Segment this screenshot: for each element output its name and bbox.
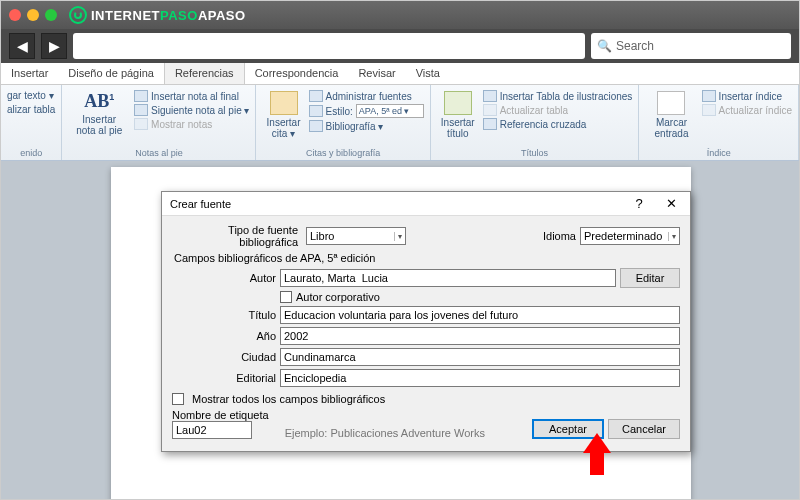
biblio-icon <box>309 120 323 132</box>
dialog-title: Crear fuente <box>170 198 231 210</box>
tab-correspondencia[interactable]: Correspondencia <box>245 63 349 84</box>
close-traffic-light[interactable] <box>9 9 21 21</box>
insert-caption-button[interactable]: Insertar título <box>437 89 479 141</box>
ribbon-group-citas: Insertar cita ▾ Administrar fuentes Esti… <box>256 85 430 160</box>
group-label: Notas al pie <box>68 146 249 158</box>
tab-referencias[interactable]: Referencias <box>164 63 245 84</box>
update-icon <box>483 104 497 116</box>
show-all-fields-label: Mostrar todos los campos bibliográficos <box>192 393 385 405</box>
add-text-button[interactable]: gar texto ▾ <box>7 89 54 102</box>
update-tof-button[interactable]: Actualizar tabla <box>483 103 633 117</box>
publisher-input[interactable] <box>280 369 680 387</box>
insert-tof-button[interactable]: Insertar Tabla de ilustraciones <box>483 89 633 103</box>
group-label: Títulos <box>437 146 633 158</box>
document-area: Crear fuente ? ✕ Tipo de fuente bibliogr… <box>1 161 799 500</box>
ribbon-group-contenido: gar texto ▾ alizar tabla enido <box>1 85 62 160</box>
citation-icon <box>270 91 298 115</box>
show-notes-button[interactable]: Mostrar notas <box>134 117 249 131</box>
publisher-label: Editorial <box>172 372 280 384</box>
year-input[interactable] <box>280 327 680 345</box>
update-table-button[interactable]: alizar tabla <box>7 103 55 116</box>
arrow-stem <box>590 453 604 475</box>
site-logo: INTERNETPASOAPASO <box>69 6 246 24</box>
title-label: Título <box>172 309 280 321</box>
tab-diseno[interactable]: Diseño de página <box>58 63 164 84</box>
forward-button[interactable]: ▶ <box>41 33 67 59</box>
ribbon: gar texto ▾ alizar tabla enido AB1 Inser… <box>1 85 799 161</box>
style-dropdown[interactable]: Estilo:APA, 5ª ed ▾ <box>309 103 424 119</box>
navbar: ◀ ▶ 🔍 Search <box>1 29 799 63</box>
help-button[interactable]: ? <box>624 194 654 214</box>
minimize-traffic-light[interactable] <box>27 9 39 21</box>
edit-author-button[interactable]: Editar <box>620 268 680 288</box>
url-input[interactable] <box>73 33 585 59</box>
tag-name-input[interactable] <box>172 421 252 439</box>
source-type-select[interactable]: Libro▾ <box>306 227 406 245</box>
tab-revisar[interactable]: Revisar <box>348 63 405 84</box>
index-icon <box>702 90 716 102</box>
ribbon-tabs: Insertar Diseño de página Referencias Co… <box>1 63 799 85</box>
tag-name-label: Nombre de etiqueta <box>172 409 269 421</box>
group-label: Índice <box>645 146 792 158</box>
source-type-label: Tipo de fuente bibliográfica <box>172 224 302 248</box>
caption-icon <box>444 91 472 115</box>
author-label: Autor <box>172 272 280 284</box>
corporate-author-label: Autor corporativo <box>296 291 380 303</box>
dialog-titlebar: Crear fuente ? ✕ <box>162 192 690 216</box>
style-icon <box>309 105 323 117</box>
logo-icon <box>69 6 87 24</box>
show-all-fields-checkbox[interactable] <box>172 393 184 405</box>
example-text: Ejemplo: Publicaciones Adventure Works <box>285 427 485 439</box>
titlebar: INTERNETPASOAPASO <box>1 1 799 29</box>
tab-vista[interactable]: Vista <box>406 63 450 84</box>
close-button[interactable]: ✕ <box>656 194 686 214</box>
insert-footnote-button[interactable]: AB1 Insertar nota al pie <box>68 89 130 138</box>
bibliography-button[interactable]: Bibliografía ▾ <box>309 119 424 133</box>
annotation-arrow <box>583 433 611 475</box>
cancel-button[interactable]: Cancelar <box>608 419 680 439</box>
crossref-icon <box>483 118 497 130</box>
logo-text: INTERNETPASOAPASO <box>91 8 246 23</box>
update-index-icon <box>702 104 716 116</box>
cross-ref-button[interactable]: Referencia cruzada <box>483 117 633 131</box>
language-select[interactable]: Predeterminado▾ <box>580 227 680 245</box>
search-placeholder: Search <box>616 39 654 53</box>
insert-endnote-button[interactable]: Insertar nota al final <box>134 89 249 103</box>
year-label: Año <box>172 330 280 342</box>
tab-insertar[interactable]: Insertar <box>1 63 58 84</box>
language-label: Idioma <box>543 230 576 242</box>
show-notes-icon <box>134 118 148 130</box>
endnote-icon <box>134 90 148 102</box>
manage-sources-button[interactable]: Administrar fuentes <box>309 89 424 103</box>
corporate-author-checkbox[interactable] <box>280 291 292 303</box>
next-footnote-icon <box>134 104 148 116</box>
group-label: enido <box>7 146 55 158</box>
sources-icon <box>309 90 323 102</box>
ribbon-group-titulos: Insertar título Insertar Tabla de ilustr… <box>431 85 640 160</box>
insert-index-button[interactable]: Insertar índice <box>702 89 792 103</box>
tof-icon <box>483 90 497 102</box>
maximize-traffic-light[interactable] <box>45 9 57 21</box>
ribbon-group-indice: Marcar entrada Insertar índice Actualiza… <box>639 85 799 160</box>
ribbon-group-notas: AB1 Insertar nota al pie Insertar nota a… <box>62 85 256 160</box>
create-source-dialog: Crear fuente ? ✕ Tipo de fuente bibliogr… <box>161 191 691 452</box>
mark-entry-button[interactable]: Marcar entrada <box>645 89 697 141</box>
group-label: Citas y bibliografía <box>262 146 423 158</box>
insert-citation-button[interactable]: Insertar cita ▾ <box>262 89 304 141</box>
next-footnote-button[interactable]: Siguiente nota al pie ▾ <box>134 103 249 117</box>
back-button[interactable]: ◀ <box>9 33 35 59</box>
browser-chrome: INTERNETPASOAPASO ◀ ▶ 🔍 Search <box>1 1 799 63</box>
title-input[interactable] <box>280 306 680 324</box>
city-input[interactable] <box>280 348 680 366</box>
mark-icon <box>657 91 685 115</box>
arrow-head-icon <box>583 433 611 453</box>
section-heading: Campos bibliográficos de APA, 5ª edición <box>174 252 680 264</box>
city-label: Ciudad <box>172 351 280 363</box>
search-input[interactable]: 🔍 Search <box>591 33 791 59</box>
author-input[interactable] <box>280 269 616 287</box>
search-icon: 🔍 <box>597 39 612 53</box>
update-index-button[interactable]: Actualizar índice <box>702 103 792 117</box>
